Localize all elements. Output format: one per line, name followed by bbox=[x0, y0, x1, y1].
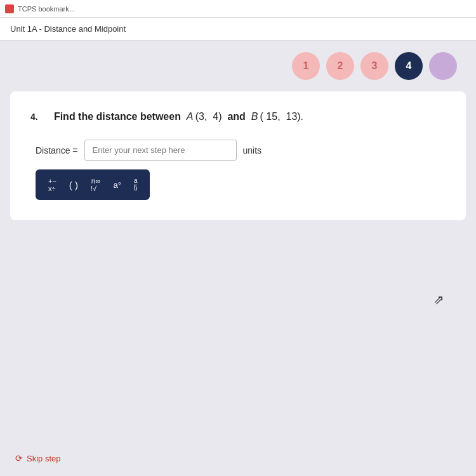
piinfinity-icon: π∞ !√ bbox=[91, 177, 100, 192]
toolbar-parentheses-button[interactable]: ( ) bbox=[64, 177, 83, 193]
skip-step-link[interactable]: Skip step bbox=[27, 454, 60, 463]
circle-1-label: 1 bbox=[303, 60, 309, 72]
toolbar-fraction-button[interactable]: a b bbox=[129, 175, 143, 194]
circle-2-label: 2 bbox=[338, 60, 343, 72]
main-content: 1 2 3 4 4. Find the distance between bbox=[0, 41, 476, 476]
question-text: Find the distance between A (3, 4) and B… bbox=[48, 109, 303, 124]
progress-circle-4[interactable]: 4 bbox=[395, 52, 423, 80]
point-a-label: A (3, 4) bbox=[187, 111, 222, 122]
cursor-icon: ⇗ bbox=[433, 292, 444, 307]
progress-circle-2[interactable]: 2 bbox=[326, 52, 354, 80]
page-wrapper: TCPS bookmark... Unit 1A - Distance and … bbox=[0, 0, 476, 476]
unit-title: Unit 1A - Distance and Midpoint bbox=[10, 24, 126, 34]
top-bar: TCPS bookmark... bbox=[0, 0, 476, 18]
skip-step-row[interactable]: ⟳ Skip step bbox=[15, 453, 60, 463]
units-label: units bbox=[243, 145, 262, 155]
math-toolbar: +− x÷ ( ) π∞ !√ a° bbox=[36, 169, 150, 200]
unit-header: Unit 1A - Distance and Midpoint bbox=[0, 18, 476, 41]
distance-label: Distance = bbox=[36, 145, 78, 155]
toolbar-plusminus-button[interactable]: +− x÷ bbox=[43, 175, 62, 195]
progress-circle-1[interactable]: 1 bbox=[292, 52, 320, 80]
toolbar-degree-button[interactable]: a° bbox=[108, 178, 126, 192]
and-label: and bbox=[227, 111, 245, 122]
find-distance-bold: Find the distance between bbox=[54, 111, 181, 122]
question-number: 4. bbox=[30, 112, 48, 122]
skip-step-icon: ⟳ bbox=[15, 453, 23, 463]
progress-circle-5[interactable] bbox=[429, 52, 457, 80]
progress-circle-3[interactable]: 3 bbox=[360, 52, 388, 80]
fraction-icon: a b bbox=[134, 178, 138, 192]
answer-input[interactable] bbox=[84, 140, 237, 161]
top-bar-text: TCPS bookmark... bbox=[18, 5, 75, 13]
degree-icon: a° bbox=[113, 180, 121, 190]
answer-row: Distance = units bbox=[36, 140, 446, 161]
question-row: 4. Find the distance between A (3, 4) an… bbox=[30, 109, 446, 124]
top-bar-indicator bbox=[5, 4, 14, 13]
plusminus-icon: +− x÷ bbox=[48, 177, 56, 192]
toolbar-piinfinity-button[interactable]: π∞ !√ bbox=[86, 175, 105, 195]
question-card: 4. Find the distance between A (3, 4) an… bbox=[10, 91, 466, 220]
point-b-label: B ( 15, 13). bbox=[251, 111, 303, 122]
circle-4-label: 4 bbox=[406, 60, 412, 72]
parentheses-icon: ( ) bbox=[69, 180, 78, 190]
circle-3-label: 3 bbox=[372, 60, 378, 72]
progress-row: 1 2 3 4 bbox=[0, 41, 476, 91]
